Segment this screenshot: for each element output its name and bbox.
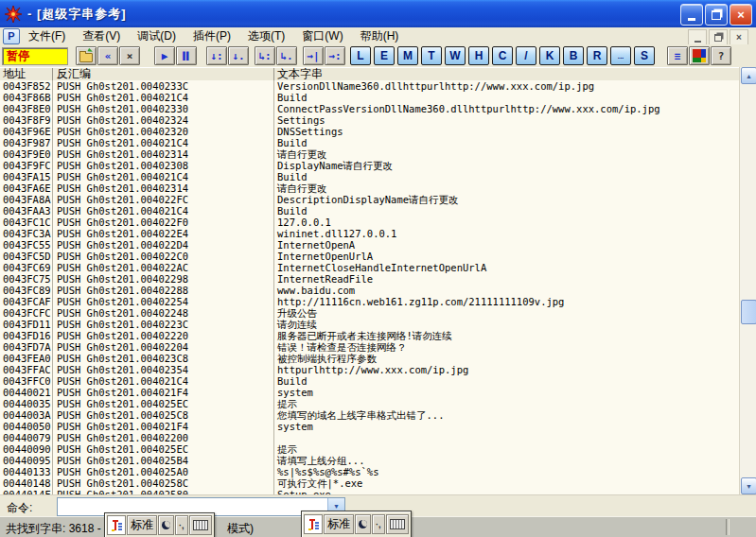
table-row[interactable]: 0043FC69PUSH Gh0st201.004022ACInternetCl… [0, 262, 739, 273]
minimize-button[interactable] [680, 4, 703, 26]
table-row[interactable]: 0043F86BPUSH Gh0st201.004021C4Build [0, 92, 739, 103]
table-row[interactable]: 0043F8F9PUSH Gh0st201.00402324Settings [0, 114, 739, 126]
arrow-dots-icon: →: [328, 50, 341, 62]
table-row[interactable]: 0043F9FCPUSH Gh0st201.00402308DisplayNam… [0, 160, 739, 171]
ime-fullwidth-toggle[interactable] [158, 515, 174, 535]
ime-punctuation-toggle[interactable]: ·, [372, 514, 385, 534]
vertical-scrollbar[interactable]: ▲ ▼ [739, 67, 756, 494]
string-filter-button-H[interactable]: H [468, 46, 489, 65]
help-button[interactable]: ? [711, 46, 731, 65]
scroll-down-button[interactable]: ▼ [741, 477, 756, 494]
child-window-icon[interactable]: P [3, 28, 20, 44]
table-row[interactable]: 0043FEA0PUSH Gh0st201.004023C8被控制端执行程序参数 [0, 353, 739, 364]
table-row[interactable]: 00440035PUSH Gh0st201.004025EC提示 [0, 398, 739, 409]
table-row[interactable]: 0043FD7APUSH Gh0st201.00402204错误！请检查是否连接… [0, 341, 739, 353]
menu-item-window[interactable]: 窗口(W) [293, 26, 351, 46]
table-rows: 0043F852PUSH Gh0st201.0040233CVersionDll… [0, 80, 739, 494]
go-to-address-button[interactable]: →: [325, 46, 345, 65]
restart-button[interactable]: « [97, 46, 118, 65]
string-filter-button-S[interactable]: S [634, 46, 655, 65]
table-row[interactable]: 00440148PUSH Gh0st201.0040258C可执行文件|*.ex… [0, 477, 739, 489]
table-row[interactable]: 0043FC55PUSH Gh0st201.004022D4InternetOp… [0, 239, 739, 251]
string-filter-button-M[interactable]: M [397, 46, 418, 65]
punctuation-icon: ·, [179, 521, 185, 530]
ime-standard-button[interactable]: 标准 [127, 515, 157, 535]
trace-over-button[interactable]: ↳. [276, 46, 297, 65]
table-row[interactable]: 0043F96EPUSH Gh0st201.00402320DNSSetting… [0, 126, 739, 137]
ime-fullwidth-toggle[interactable] [355, 514, 371, 534]
column-header-text[interactable]: 文本字串 [277, 68, 323, 80]
table-row[interactable]: 00440021PUSH Gh0st201.004021F4system [0, 387, 739, 398]
table-row[interactable]: 0043FA15PUSH Gh0st201.004021C4Build [0, 171, 739, 182]
string-filter-button-T[interactable]: T [421, 46, 442, 65]
table-row[interactable]: 0043F987PUSH Gh0st201.004021C4Build [0, 137, 739, 148]
table-row[interactable]: 00440095PUSH Gh0st201.004025B4请填写上线分组... [0, 455, 739, 466]
ime-soft-keyboard-button[interactable] [386, 514, 409, 534]
table-row[interactable]: 00440133PUSH Gh0st201.004025A0%s|%s$%s@%… [0, 466, 739, 477]
open-file-button[interactable] [76, 46, 97, 65]
string-filter-button-R[interactable]: R [587, 46, 607, 65]
table-row[interactable]: 0043FCFCPUSH Gh0st201.00402248升级公告 [0, 307, 739, 319]
table-row[interactable]: 00440090PUSH Gh0st201.004025EC提示 [0, 443, 739, 455]
mdi-minimize-button[interactable] [688, 29, 707, 45]
address-cell: 00440148 [3, 477, 51, 489]
ime-soft-keyboard-button[interactable] [189, 515, 212, 535]
menu-item-plugins[interactable]: 插件(P) [185, 26, 239, 46]
step-into-button[interactable]: ↓: [206, 46, 227, 65]
string-filter-button-K[interactable]: K [539, 46, 560, 65]
table-row[interactable]: 0043FC89PUSH Gh0st201.00402288www.baidu.… [0, 285, 739, 296]
string-filter-button-W[interactable]: W [445, 46, 466, 65]
execute-till-return-button[interactable]: →| [303, 46, 324, 65]
menu-item-options[interactable]: 选项(T) [239, 26, 293, 46]
string-filter-button-B[interactable]: B [563, 46, 584, 65]
table-row[interactable]: 0043FA6EPUSH Gh0st201.00402314请自行更改 [0, 182, 739, 194]
table-row[interactable]: 0043FC1CPUSH Gh0st201.004022F0127.0.0.1 [0, 217, 739, 228]
column-header-disasm[interactable]: 反汇编 [57, 68, 91, 80]
table-row[interactable]: 0043F852PUSH Gh0st201.0040233CVersionDll… [0, 80, 739, 92]
ime-punctuation-toggle[interactable]: ·, [175, 515, 188, 535]
table-row[interactable]: 0043FD16PUSH Gh0st201.00402220服务器已断开或者未连… [0, 330, 739, 341]
string-filter-button-C[interactable]: C [492, 46, 513, 65]
trace-into-button[interactable]: ↳: [255, 46, 275, 65]
table-row[interactable]: 0043FA8APUSH Gh0st201.004022FCDescriptio… [0, 194, 739, 205]
ime-input-method-icon[interactable] [107, 515, 126, 535]
appearance-button[interactable]: ≡ [667, 46, 688, 65]
mdi-restore-button[interactable] [709, 29, 728, 45]
table-row[interactable]: 0043F9E0PUSH Gh0st201.00402314请自行更改 [0, 148, 739, 160]
table-row[interactable]: 0043FFC0PUSH Gh0st201.004021C4Build [0, 375, 739, 387]
string-filter-button-slash[interactable]: / [516, 46, 536, 65]
ime-input-method-icon[interactable] [304, 514, 323, 534]
disassembly-cell: PUSH Gh0st201.004022F0 [57, 217, 188, 228]
table-row[interactable]: 00440050PUSH Gh0st201.004021F4system [0, 421, 739, 432]
close-button[interactable]: × [730, 4, 752, 26]
scrollbar-thumb[interactable] [741, 300, 756, 324]
menu-item-help[interactable]: 帮助(H) [352, 26, 408, 46]
menu-item-file[interactable]: 文件(F) [20, 26, 74, 46]
colors-button[interactable] [689, 46, 710, 65]
pause-button[interactable]: ▌▌ [176, 46, 197, 65]
ime-standard-button[interactable]: 标准 [324, 514, 354, 534]
string-filter-button-L[interactable]: L [350, 46, 371, 65]
close-program-button[interactable]: × [119, 46, 140, 65]
scroll-up-button[interactable]: ▲ [741, 67, 756, 84]
step-over-button[interactable]: ↓. [228, 46, 249, 65]
table-row[interactable]: 0043F8E0PUSH Gh0st201.00402330ConnectPas… [0, 103, 739, 114]
string-filter-button-dots[interactable]: ... [610, 46, 631, 65]
table-row[interactable]: 0043FC3APUSH Gh0st201.004022E4wininet.dl… [0, 228, 739, 239]
column-header-address[interactable]: 地址 [3, 68, 26, 80]
table-row[interactable]: 0044003APUSH Gh0st201.004025C8您填写的域名上线字串… [0, 409, 739, 421]
table-row[interactable]: 0043FC75PUSH Gh0st201.00402298InternetRe… [0, 273, 739, 285]
restore-button[interactable] [705, 4, 728, 26]
disassembly-cell: PUSH Gh0st201.004021F4 [57, 421, 188, 432]
table-row[interactable]: 00440079PUSH Gh0st201.00402200 [0, 432, 739, 443]
table-row[interactable]: 0043FAA3PUSH Gh0st201.004021C4Build [0, 205, 739, 217]
table-row[interactable]: 0043FC5DPUSH Gh0st201.004022C0InternetOp… [0, 251, 739, 262]
string-filter-button-E[interactable]: E [374, 46, 395, 65]
table-row[interactable]: 0043FFACPUSH Gh0st201.00402354httpurlhtt… [0, 364, 739, 375]
mdi-close-button[interactable]: × [730, 29, 748, 45]
table-row[interactable]: 0043FD11PUSH Gh0st201.0040223C请勿连续 [0, 319, 739, 330]
run-button[interactable]: ▶ [154, 46, 175, 65]
menu-item-debug[interactable]: 调试(D) [129, 26, 185, 46]
table-row[interactable]: 0043FCAFPUSH Gh0st201.00402254http://111… [0, 296, 739, 307]
menu-item-view[interactable]: 查看(V) [74, 26, 129, 46]
